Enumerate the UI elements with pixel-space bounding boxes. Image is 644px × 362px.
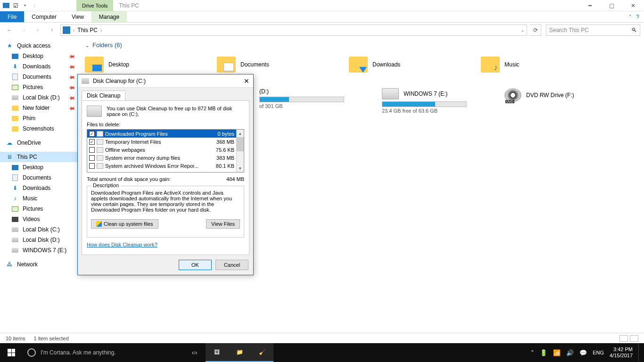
cleanup-system-files-button[interactable]: Clean up system files	[91, 219, 158, 229]
drive-dvd-f[interactable]: DVD RW Drive (F:)	[504, 88, 599, 114]
address-dropdown-icon[interactable]: ⌄	[521, 28, 525, 33]
drive-d[interactable]: (D:) of 301 GB	[259, 88, 354, 114]
ribbon-tab-computer[interactable]: Computer	[24, 11, 64, 22]
folder-icon	[12, 106, 18, 111]
recent-dropdown-icon[interactable]: ▾	[32, 25, 43, 36]
sidebar-onedrive[interactable]: ☁OneDrive	[0, 138, 78, 148]
scroll-down-icon[interactable]: ▾	[237, 165, 244, 172]
task-view-button[interactable]: ▭	[183, 343, 206, 362]
sidebar-this-pc[interactable]: 🖥This PC	[0, 152, 78, 162]
back-button[interactable]: ←	[4, 25, 15, 36]
clock[interactable]: 3:42 PM 4/15/2017	[610, 346, 633, 359]
file-row[interactable]: System archived Windows Error Repor...80…	[87, 162, 236, 170]
pc-icon	[63, 26, 70, 34]
file-row[interactable]: System error memory dump files383 MB	[87, 154, 236, 162]
maximize-button[interactable]: ▢	[601, 0, 622, 11]
checkbox[interactable]	[89, 155, 95, 161]
sidebar-network[interactable]: 🖧Network	[0, 259, 78, 270]
minimize-button[interactable]: ━	[579, 0, 601, 11]
ribbon-tab-manage[interactable]: Manage	[91, 11, 127, 22]
ribbon-collapse-icon[interactable]: ˄	[629, 14, 631, 19]
folder-desktop[interactable]: Desktop	[85, 53, 179, 76]
star-icon: ★	[6, 42, 13, 49]
cloud-icon: ☁	[6, 139, 13, 147]
tiles-view-button[interactable]	[630, 335, 638, 342]
checkbox[interactable]: ✓	[89, 131, 95, 137]
ribbon-tab-view[interactable]: View	[64, 11, 91, 22]
scroll-thumb[interactable]	[237, 137, 244, 151]
view-files-button[interactable]: View Files	[206, 219, 240, 229]
drive-label: (D:)	[259, 88, 269, 95]
sidebar-item-documents[interactable]: Documents📌	[0, 72, 78, 82]
cortana-search[interactable]: I'm Cortana. Ask me anything.	[23, 343, 183, 362]
ok-button[interactable]: OK	[179, 260, 212, 270]
file-row[interactable]: Offline webpages75.6 KB	[87, 146, 236, 154]
help-link[interactable]: How does Disk Cleanup work?	[87, 242, 157, 247]
status-item-count: 10 items	[6, 336, 25, 341]
cancel-button[interactable]: Cancel	[215, 260, 248, 270]
checkbox[interactable]: ✓	[89, 139, 95, 145]
refresh-button[interactable]: ⟳	[530, 25, 541, 36]
tray-overflow-icon[interactable]: ˄	[531, 349, 534, 356]
sidebar-item-desktop-pc[interactable]: Desktop	[0, 162, 78, 173]
file-row[interactable]: ✓Downloaded Program Files0 bytes	[87, 130, 236, 138]
sidebar-item-screenshots[interactable]: Screenshots	[0, 123, 78, 134]
chevron-right-icon[interactable]: ›	[73, 28, 74, 33]
sidebar-item-local-disk-d-pc[interactable]: Local Disk (D:)	[0, 235, 78, 245]
scrollbar[interactable]: ▴ ▾	[236, 130, 244, 172]
drive-e[interactable]: WINDOWS 7 (E:) 23.4 GB free of 63.6 GB	[382, 88, 476, 114]
pc-icon	[2, 1, 10, 10]
address-bar[interactable]: › This PC › ⌄	[60, 25, 527, 36]
context-tab-drive-tools[interactable]: Drive Tools	[76, 0, 113, 11]
show-desktop-button[interactable]	[638, 343, 641, 362]
dialog-close-button[interactable]: ✕	[244, 77, 249, 85]
language-indicator[interactable]: ENG	[593, 350, 604, 355]
up-button[interactable]: ↑	[46, 25, 58, 36]
sidebar-item-pictures[interactable]: Pictures📌	[0, 82, 78, 92]
drive-icon	[12, 248, 18, 253]
sidebar-item-pictures-pc[interactable]: Pictures	[0, 204, 78, 214]
folder-documents[interactable]: Documents	[217, 53, 311, 76]
checkbox[interactable]	[89, 163, 95, 169]
sidebar-quick-access[interactable]: ★Quick access	[0, 41, 78, 51]
sidebar-item-music-pc[interactable]: ♪Music	[0, 193, 78, 204]
battery-icon[interactable]: 🔋	[540, 349, 547, 356]
sidebar-item-documents-pc[interactable]: Documents	[0, 173, 78, 183]
status-bar: 10 items 1 item selected	[0, 333, 644, 343]
sidebar-item-downloads[interactable]: ⬇Downloads📌	[0, 61, 78, 72]
properties-icon[interactable]: ☑	[11, 1, 20, 10]
sidebar-item-desktop[interactable]: Desktop📌	[0, 51, 78, 61]
details-view-button[interactable]	[619, 335, 628, 342]
folders-section-header[interactable]: Folders (6)	[85, 41, 637, 49]
folder-downloads[interactable]: Downloads	[349, 53, 443, 76]
sidebar-item-windows7-e[interactable]: WINDOWS 7 (E:)	[0, 245, 78, 255]
sidebar-item-videos-pc[interactable]: Videos	[0, 214, 78, 224]
file-row[interactable]: ✓Temporary Internet Files368 MB	[87, 138, 236, 146]
sidebar-item-downloads-pc[interactable]: ⬇Downloads	[0, 183, 78, 193]
action-center-icon[interactable]: 💬	[579, 349, 587, 356]
close-button[interactable]: ✕	[622, 0, 644, 11]
taskbar-app-explorer[interactable]: 📁	[228, 343, 251, 362]
folder-music[interactable]: Music	[481, 53, 575, 76]
description-header: Description	[91, 182, 121, 188]
sidebar-item-local-disk-c[interactable]: Local Disk (C:)	[0, 224, 78, 235]
tab-disk-cleanup[interactable]: Disk Cleanup	[82, 90, 125, 100]
help-icon[interactable]: ?	[636, 14, 639, 20]
address-segment[interactable]: This PC	[77, 27, 98, 33]
start-button[interactable]	[0, 343, 23, 362]
taskbar-app-photos[interactable]: 🖼	[206, 343, 228, 362]
file-icon	[97, 131, 103, 137]
ribbon-tab-file[interactable]: File	[0, 11, 24, 22]
search-input[interactable]: Search This PC 🔍︎	[546, 25, 640, 36]
dialog-titlebar[interactable]: Disk Cleanup for (C:) ✕	[78, 74, 253, 88]
scroll-up-icon[interactable]: ▴	[237, 130, 244, 137]
volume-icon[interactable]: 🔊	[566, 349, 574, 356]
wifi-icon[interactable]: 📶	[553, 349, 561, 356]
taskbar-app-diskcleanup[interactable]: 🧹	[251, 343, 273, 362]
checkbox[interactable]	[89, 147, 95, 153]
qat-dropdown-icon[interactable]: ▾	[21, 1, 29, 10]
sidebar-item-phim[interactable]: Phim	[0, 113, 78, 123]
sidebar-item-new-folder[interactable]: New folder📌	[0, 103, 78, 113]
chevron-right-icon[interactable]: ›	[100, 28, 102, 33]
sidebar-item-local-disk-d[interactable]: Local Disk (D:)📌	[0, 92, 78, 103]
